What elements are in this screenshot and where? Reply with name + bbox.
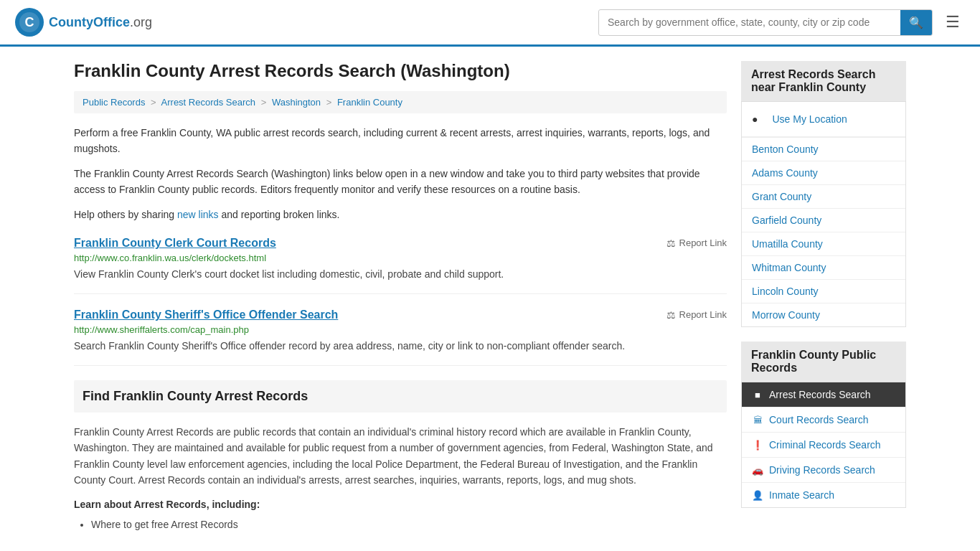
pub-record-driving-link[interactable]: 🚗 Driving Records Search xyxy=(742,458,905,482)
record-url-1: http://www.co.franklin.wa.us/clerk/docke… xyxy=(74,253,727,263)
site-header: C CountyOffice.org 🔍 ☰ xyxy=(0,0,980,47)
search-input[interactable] xyxy=(599,11,900,34)
intro-paragraph-2: The Franklin County Arrest Records Searc… xyxy=(74,166,727,198)
county-grant: Grant County xyxy=(742,185,905,209)
pub-record-arrest-link[interactable]: ■ Arrest Records Search xyxy=(742,382,905,407)
public-records-section: Franklin County Public Records ■ Arrest … xyxy=(741,342,906,508)
court-icon: 🏛 xyxy=(752,415,763,425)
record-entry-1: Franklin County Clerk Court Records ⚖ Re… xyxy=(74,237,727,294)
main-content: Franklin County Arrest Records Search (W… xyxy=(74,61,727,534)
driving-label: Driving Records Search xyxy=(769,464,875,476)
pub-record-arrest: ■ Arrest Records Search xyxy=(742,382,905,408)
new-links-link[interactable]: new links xyxy=(177,209,219,220)
pub-record-inmate: 👤 Inmate Search xyxy=(742,483,905,507)
find-section-title: Find Franklin County Arrest Records xyxy=(83,389,718,404)
arrest-icon: ■ xyxy=(752,390,763,400)
breadcrumb-franklin-county[interactable]: Franklin County xyxy=(337,97,402,108)
county-whitman: Whitman County xyxy=(742,256,905,280)
search-button[interactable]: 🔍 xyxy=(900,10,932,35)
breadcrumb-public-records[interactable]: Public Records xyxy=(83,97,145,108)
breadcrumb-washington[interactable]: Washington xyxy=(272,97,321,108)
inmate-icon: 👤 xyxy=(752,490,763,501)
search-bar: 🔍 xyxy=(598,9,933,36)
criminal-icon: ❗ xyxy=(752,440,763,451)
svg-text:C: C xyxy=(25,15,34,29)
record-title-1[interactable]: Franklin County Clerk Court Records xyxy=(74,237,276,250)
bullet-item-1: Where to get free Arrest Records xyxy=(91,516,727,534)
county-grant-link[interactable]: Grant County xyxy=(742,185,905,208)
bullet-list: Where to get free Arrest Records xyxy=(74,516,727,534)
report-link-2[interactable]: ⚖ Report Link xyxy=(666,309,727,321)
breadcrumb-arrest-records[interactable]: Arrest Records Search xyxy=(161,97,256,108)
report-icon-2: ⚖ xyxy=(666,309,676,321)
nearby-heading: Arrest Records Search near Franklin Coun… xyxy=(741,61,906,102)
pub-record-court-link[interactable]: 🏛 Court Records Search xyxy=(742,408,905,432)
main-container: Franklin County Arrest Records Search (W… xyxy=(60,47,920,548)
nearby-section: Arrest Records Search near Franklin Coun… xyxy=(741,61,906,327)
county-adams-link[interactable]: Adams County xyxy=(742,161,905,184)
county-lincoln: Lincoln County xyxy=(742,280,905,303)
county-umatilla-link[interactable]: Umatilla County xyxy=(742,232,905,255)
county-garfield-link[interactable]: Garfield County xyxy=(742,209,905,232)
intro-paragraph-1: Perform a free Franklin County, WA publi… xyxy=(74,125,727,157)
county-benton: Benton County xyxy=(742,138,905,161)
arrest-label: Arrest Records Search xyxy=(769,389,871,400)
county-morrow-link[interactable]: Morrow County xyxy=(742,303,905,326)
county-garfield: Garfield County xyxy=(742,209,905,232)
county-morrow: Morrow County xyxy=(742,303,905,326)
use-my-location-item: ● Use My Location xyxy=(742,102,905,138)
driving-icon: 🚗 xyxy=(752,465,763,476)
logo-text: CountyOffice.org xyxy=(49,15,152,30)
public-records-list: ■ Arrest Records Search 🏛 Court Records … xyxy=(741,382,906,508)
record-url-2: http://www.sheriffalerts.com/cap_main.ph… xyxy=(74,324,727,335)
pub-record-inmate-link[interactable]: 👤 Inmate Search xyxy=(742,483,905,507)
inmate-label: Inmate Search xyxy=(769,489,834,501)
find-section-body: Franklin County Arrest Records are publi… xyxy=(74,424,727,489)
header-right: 🔍 ☰ xyxy=(598,9,966,36)
use-my-location-link[interactable]: Use My Location xyxy=(762,108,857,131)
pub-record-court: 🏛 Court Records Search xyxy=(742,408,905,433)
record-desc-1: View Franklin County Clerk's court docke… xyxy=(74,267,727,282)
county-adams: Adams County xyxy=(742,161,905,185)
location-icon: ● xyxy=(752,113,758,125)
pub-record-driving: 🚗 Driving Records Search xyxy=(742,458,905,483)
hamburger-menu-icon[interactable]: ☰ xyxy=(940,10,966,34)
public-records-heading: Franklin County Public Records xyxy=(741,342,906,382)
find-section-header: Find Franklin County Arrest Records xyxy=(74,380,727,413)
record-title-2[interactable]: Franklin County Sheriff's Office Offende… xyxy=(74,309,338,321)
record-desc-2: Search Franklin County Sheriff's Office … xyxy=(74,339,727,354)
criminal-label: Criminal Records Search xyxy=(769,439,881,451)
sidebar: Arrest Records Search near Franklin Coun… xyxy=(741,61,906,534)
county-umatilla: Umatilla County xyxy=(742,232,905,256)
nearby-list: ● Use My Location Benton County Adams Co… xyxy=(741,102,906,327)
intro-paragraph-3: Help others by sharing new links and rep… xyxy=(74,207,727,222)
logo[interactable]: C CountyOffice.org xyxy=(14,7,152,37)
county-whitman-link[interactable]: Whitman County xyxy=(742,256,905,279)
learn-label: Learn about Arrest Records, including: xyxy=(74,499,727,510)
record-entry-2: Franklin County Sheriff's Office Offende… xyxy=(74,309,727,366)
court-label: Court Records Search xyxy=(769,414,869,425)
page-title: Franklin County Arrest Records Search (W… xyxy=(74,61,727,81)
report-link-1[interactable]: ⚖ Report Link xyxy=(666,237,727,249)
breadcrumb: Public Records > Arrest Records Search >… xyxy=(74,91,727,113)
logo-icon: C xyxy=(14,7,44,37)
county-benton-link[interactable]: Benton County xyxy=(742,138,905,161)
pub-record-criminal-link[interactable]: ❗ Criminal Records Search xyxy=(742,433,905,457)
pub-record-criminal: ❗ Criminal Records Search xyxy=(742,433,905,458)
county-lincoln-link[interactable]: Lincoln County xyxy=(742,280,905,303)
report-icon-1: ⚖ xyxy=(666,237,676,249)
